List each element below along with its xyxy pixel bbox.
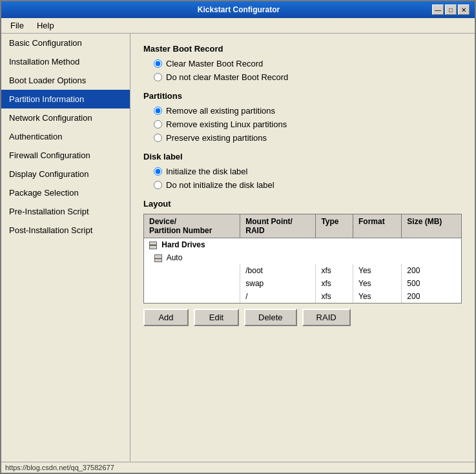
- col-header-type: Type: [316, 214, 353, 238]
- mbr-radio-group: Clear Master Boot Record Do not clear Ma…: [154, 59, 462, 82]
- delete-button[interactable]: Delete: [244, 309, 297, 326]
- app-window: Kickstart Configurator — □ ✕ File Help B…: [0, 0, 476, 474]
- hard-drives-expand[interactable]: —: [149, 242, 157, 249]
- layout-button-row: Add Edit Delete RAID: [143, 309, 462, 326]
- root-format-cell: Yes: [353, 290, 402, 303]
- sidebar-item-authentication[interactable]: Authentication: [1, 127, 130, 146]
- layout-table-wrapper: Device/Partition Number Mount Point/RAID…: [143, 214, 462, 304]
- mbr-clear-label: Clear Master Boot Record: [166, 59, 263, 68]
- auto-cell: — Auto: [144, 251, 461, 264]
- disk-label-noinit-radio[interactable]: [154, 181, 162, 189]
- content-area: Basic Configuration Installation Method …: [1, 34, 475, 462]
- table-row-root[interactable]: / xfs Yes 200: [144, 290, 461, 303]
- disk-label-option-2-row: Do not initialize the disk label: [154, 180, 462, 190]
- col-header-size: Size (MB): [402, 214, 461, 238]
- hard-drives-cell: — Hard Drives: [144, 238, 461, 252]
- col-header-format: Format: [353, 214, 402, 238]
- raid-button[interactable]: RAID: [302, 309, 351, 326]
- window-controls: — □ ✕: [432, 5, 470, 15]
- partitions-radio-group: Remove all existing partitions Remove ex…: [154, 106, 462, 143]
- root-type-cell: xfs: [316, 290, 353, 303]
- swap-device-cell: [144, 277, 240, 290]
- root-size-cell: 200: [402, 290, 461, 303]
- swap-format-cell: Yes: [353, 277, 402, 290]
- partition-option-2-row: Remove existing Linux partitions: [154, 119, 462, 129]
- sidebar-item-package-selection[interactable]: Package Selection: [1, 183, 130, 202]
- mbr-option-1-row: Clear Master Boot Record: [154, 59, 462, 68]
- hard-drives-label: Hard Drives: [161, 240, 205, 249]
- disk-label-init-radio[interactable]: [154, 167, 162, 176]
- sidebar-item-post-installation-script[interactable]: Post-Installation Script: [1, 221, 130, 240]
- sidebar-item-network-configuration[interactable]: Network Configuration: [1, 108, 130, 127]
- partitions-title: Partitions: [143, 91, 462, 101]
- boot-mount-cell: /boot: [240, 264, 316, 277]
- layout-title: Layout: [143, 199, 462, 209]
- window-title: Kickstart Configurator: [45, 5, 432, 14]
- sidebar-item-installation-method[interactable]: Installation Method: [1, 52, 130, 71]
- sidebar-item-display-configuration[interactable]: Display Configuration: [1, 165, 130, 183]
- partition-option-3-row: Preserve existing partitions: [154, 133, 462, 143]
- boot-format-cell: Yes: [353, 264, 402, 277]
- mbr-clear-radio[interactable]: [154, 59, 162, 68]
- root-mount-cell: /: [240, 290, 316, 303]
- mbr-option-2-row: Do not clear Master Boot Record: [154, 72, 462, 82]
- title-bar: Kickstart Configurator — □ ✕: [1, 1, 475, 18]
- status-text: https://blog.csdn.net/qq_37582677: [5, 464, 114, 471]
- sidebar-item-basic-configuration[interactable]: Basic Configuration: [1, 34, 130, 52]
- swap-type-cell: xfs: [316, 277, 353, 290]
- table-row-swap[interactable]: swap xfs Yes 500: [144, 277, 461, 290]
- sidebar-item-firewall-configuration[interactable]: Firewall Configuration: [1, 146, 130, 165]
- disk-label-init-label: Initialize the disk label: [166, 167, 247, 176]
- layout-table: Device/Partition Number Mount Point/RAID…: [144, 214, 461, 303]
- auto-expand[interactable]: —: [154, 254, 162, 262]
- disk-label-radio-group: Initialize the disk label Do not initial…: [154, 167, 462, 190]
- menu-help[interactable]: Help: [32, 19, 59, 32]
- menu-bar: File Help: [1, 18, 475, 34]
- partition-remove-linux-label: Remove existing Linux partitions: [166, 119, 287, 129]
- sidebar: Basic Configuration Installation Method …: [1, 34, 130, 462]
- table-row-boot[interactable]: /boot xfs Yes 200: [144, 264, 461, 277]
- sidebar-item-pre-installation-script[interactable]: Pre-Installation Script: [1, 202, 130, 221]
- root-device-cell: [144, 290, 240, 303]
- boot-type-cell: xfs: [316, 264, 353, 277]
- mbr-noclear-radio[interactable]: [154, 73, 162, 81]
- partition-remove-linux-radio[interactable]: [154, 120, 162, 129]
- layout-section: Layout Device/Partition Number Mount Poi…: [143, 199, 462, 326]
- partition-option-1-row: Remove all existing partitions: [154, 106, 462, 116]
- sidebar-item-boot-loader-options[interactable]: Boot Loader Options: [1, 71, 130, 90]
- swap-size-cell: 500: [402, 277, 461, 290]
- table-row-hard-drives: — Hard Drives: [144, 238, 461, 252]
- partition-preserve-label: Preserve existing partitions: [166, 133, 267, 143]
- edit-button[interactable]: Edit: [194, 309, 239, 326]
- col-header-mount: Mount Point/RAID: [240, 214, 316, 238]
- main-content: Master Boot Record Clear Master Boot Rec…: [130, 34, 475, 462]
- minimize-button[interactable]: —: [432, 5, 444, 15]
- disk-label-option-1-row: Initialize the disk label: [154, 167, 462, 176]
- auto-label: Auto: [167, 253, 183, 262]
- disk-label-title: Disk label: [143, 152, 462, 161]
- mbr-noclear-label: Do not clear Master Boot Record: [166, 72, 288, 82]
- boot-device-cell: [144, 264, 240, 277]
- partition-remove-all-label: Remove all existing partitions: [166, 106, 275, 116]
- close-button[interactable]: ✕: [458, 5, 470, 15]
- table-row-auto: — Auto: [144, 251, 461, 264]
- partition-preserve-radio[interactable]: [154, 134, 162, 142]
- col-header-device: Device/Partition Number: [144, 214, 240, 238]
- partition-remove-all-radio[interactable]: [154, 107, 162, 115]
- status-bar: https://blog.csdn.net/qq_37582677: [1, 462, 475, 473]
- sidebar-item-partition-information[interactable]: Partition Information: [1, 90, 130, 108]
- mbr-title: Master Boot Record: [143, 44, 462, 54]
- swap-mount-cell: swap: [240, 277, 316, 290]
- table-header-row: Device/Partition Number Mount Point/RAID…: [144, 214, 461, 238]
- boot-size-cell: 200: [402, 264, 461, 277]
- add-button[interactable]: Add: [143, 309, 189, 326]
- menu-file[interactable]: File: [5, 19, 29, 32]
- disk-label-noinit-label: Do not initialize the disk label: [166, 180, 274, 190]
- maximize-button[interactable]: □: [445, 5, 457, 15]
